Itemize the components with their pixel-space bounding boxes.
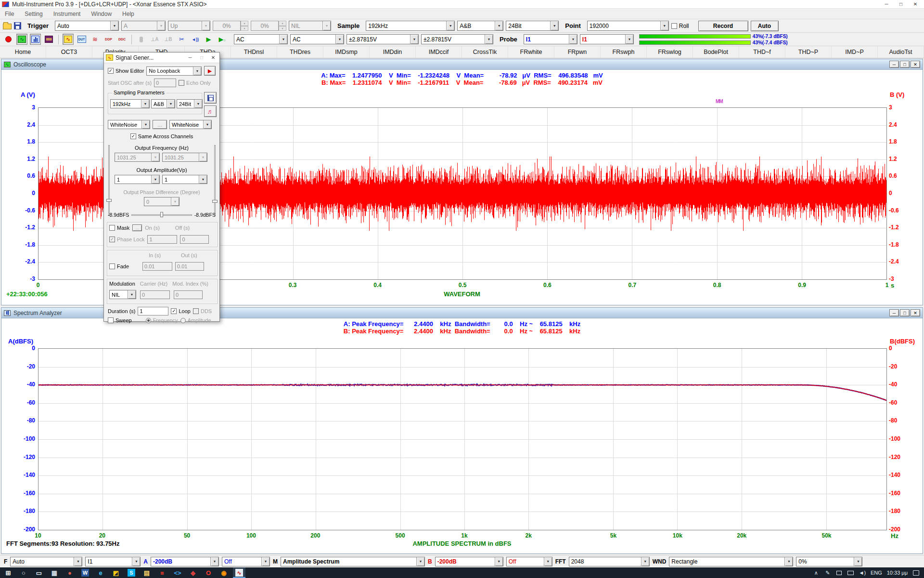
panel-maximize-button[interactable]: □ bbox=[900, 309, 910, 316]
preset-tab[interactable]: IMDccif bbox=[416, 46, 462, 58]
amplitude-a-combo[interactable]: 1▼ bbox=[115, 175, 160, 184]
preset-tab[interactable]: FRswlog bbox=[647, 46, 693, 58]
preset-tab[interactable]: THDnsl bbox=[231, 46, 277, 58]
spin-up-icon[interactable]: ▲ bbox=[279, 21, 286, 26]
carrier-field[interactable]: 0 bbox=[140, 290, 170, 299]
loopback-combo[interactable]: No Loopback▼ bbox=[146, 66, 202, 76]
probe-a-combo[interactable]: I1▼ bbox=[524, 34, 578, 44]
view-type-combo[interactable]: Amplitude Spectrum▼ bbox=[281, 557, 425, 566]
preset-tab[interactable]: CrossTlk bbox=[462, 46, 508, 58]
panel-minimize-button[interactable]: ─ bbox=[889, 309, 899, 316]
waveform-a-combo[interactable]: WhiteNoise▼ bbox=[108, 120, 150, 129]
taskbar-app-app-word[interactable]: W bbox=[79, 567, 91, 578]
preset-tab[interactable]: THDres bbox=[277, 46, 323, 58]
generator-start-button[interactable]: ▶ bbox=[204, 66, 216, 76]
preset-tab[interactable]: FRswph bbox=[601, 46, 647, 58]
panel-maximize-button[interactable]: □ bbox=[900, 61, 910, 68]
panel-close-button[interactable]: ✕ bbox=[911, 61, 920, 68]
preset-tab[interactable]: THD~P bbox=[785, 46, 832, 58]
status-probe-combo[interactable]: I1▼ bbox=[85, 557, 141, 566]
slider-thumb[interactable] bbox=[160, 212, 163, 217]
multimeter-button[interactable]: 888 bbox=[43, 34, 54, 45]
panel-close-button[interactable]: ✕ bbox=[911, 309, 920, 316]
loop-checkbox[interactable]: Loop bbox=[171, 308, 190, 314]
b-range-combo[interactable]: -200dB▼ bbox=[435, 557, 503, 566]
same-across-channels-checkbox[interactable]: Same Across Channels bbox=[130, 133, 193, 139]
trigger-source-combo[interactable]: A▼ bbox=[121, 21, 166, 31]
window-close-button[interactable]: ✕ bbox=[909, 0, 922, 8]
panel-minimize-button[interactable]: ─ bbox=[889, 61, 899, 68]
tray-window-icon[interactable] bbox=[836, 569, 843, 576]
signal-generator-button[interactable]: ∿ bbox=[63, 34, 74, 45]
roll-checkbox[interactable]: Roll bbox=[671, 23, 689, 29]
b-ref-combo[interactable]: Off▼ bbox=[506, 557, 552, 566]
tray-network-icon[interactable] bbox=[847, 569, 854, 576]
a-range-combo[interactable]: -200dB▼ bbox=[151, 557, 219, 566]
preset-tab[interactable]: FRpwn bbox=[554, 46, 601, 58]
window-maximize-button[interactable]: □ bbox=[894, 0, 908, 8]
taskbar-app-skype[interactable]: S bbox=[125, 567, 138, 578]
spectrum-analyzer-button[interactable] bbox=[30, 34, 41, 45]
trigger-mode-combo[interactable]: Auto▼ bbox=[55, 21, 119, 31]
gen-sampling-rate-combo[interactable]: 192kHz▼ bbox=[110, 99, 150, 108]
dds-checkbox[interactable]: DDS bbox=[193, 308, 212, 314]
trigger-level-spinner[interactable]: 0%▲▼ bbox=[213, 21, 248, 31]
taskbar-app-app-diamond[interactable]: ◆ bbox=[187, 567, 199, 578]
dialog-close-button[interactable]: ✕ bbox=[209, 54, 218, 61]
taskbar-app-vscode[interactable]: <> bbox=[171, 567, 184, 578]
fade-in-field[interactable]: 0.01 bbox=[142, 262, 172, 271]
zero-channel-b-button[interactable]: ⊥B bbox=[163, 34, 174, 45]
preset-tab[interactable]: BodePlot bbox=[693, 46, 739, 58]
sampling-rate-combo[interactable]: 192kHz▼ bbox=[366, 21, 455, 31]
zero-channel-a-button[interactable]: ⊥A bbox=[149, 34, 160, 45]
phase-combo[interactable]: 0▼ bbox=[144, 197, 180, 206]
mask-more-button[interactable]: ... bbox=[132, 224, 142, 231]
preset-tab[interactable]: IMDsmp bbox=[323, 46, 370, 58]
gen-bits-combo[interactable]: 24Bit▼ bbox=[177, 99, 203, 108]
sweep-amplitude-radio[interactable]: Amplitude bbox=[180, 317, 211, 323]
taskbar-app-app-media[interactable]: ▦ bbox=[48, 567, 61, 578]
start-osc-field[interactable]: 0 bbox=[154, 79, 176, 87]
record-button[interactable]: Record bbox=[698, 21, 748, 31]
mod-index-field[interactable]: 0 bbox=[174, 290, 203, 299]
play-button[interactable]: ▶ bbox=[203, 34, 214, 45]
menu-item[interactable]: Help bbox=[122, 11, 134, 17]
open-file-button[interactable] bbox=[3, 22, 12, 29]
taskbar-app-opera[interactable]: O bbox=[202, 567, 215, 578]
waveform-more-button[interactable]: ... bbox=[153, 120, 167, 129]
range-b-combo[interactable]: ±2.87815V▼ bbox=[421, 34, 493, 44]
frequency-b-combo[interactable]: 1031.25▼ bbox=[162, 153, 207, 162]
preset-tab[interactable]: AudioTst bbox=[878, 46, 924, 58]
dut-button[interactable]: DUT bbox=[76, 34, 87, 45]
microphone-button[interactable] bbox=[136, 34, 147, 45]
fade-out-field[interactable]: 0.01 bbox=[175, 262, 204, 271]
taskbar-app-multi-instrument[interactable]: ∿ bbox=[233, 567, 245, 578]
auto-scale-button[interactable]: Auto bbox=[751, 21, 779, 31]
preset-tab[interactable]: THD~f bbox=[739, 46, 785, 58]
ddp-viewer-button[interactable]: DDP bbox=[103, 34, 114, 45]
taskbar-app-file-explorer[interactable]: ▤ bbox=[141, 567, 153, 578]
sound-output-button[interactable]: ◄)) bbox=[190, 34, 201, 45]
amplitude-b-combo[interactable]: 1▼ bbox=[162, 175, 207, 184]
tray-pen-icon[interactable]: ✎ bbox=[824, 569, 831, 576]
preset-tab[interactable]: IMD~P bbox=[832, 46, 878, 58]
record-length-combo[interactable]: 192000▼ bbox=[587, 21, 669, 31]
modulation-combo[interactable]: NIL▼ bbox=[109, 290, 136, 299]
gen-channels-combo[interactable]: A&B▼ bbox=[151, 99, 175, 108]
save-button[interactable] bbox=[14, 22, 21, 29]
oscilloscope-button[interactable]: ∿ bbox=[16, 34, 27, 45]
loop-play-button[interactable]: ▶○ bbox=[217, 34, 228, 45]
frequency-mode-combo[interactable]: Auto▼ bbox=[10, 557, 82, 566]
trigger-slope-combo[interactable]: Up▼ bbox=[168, 21, 210, 31]
sampling-channels-combo[interactable]: A&B▼ bbox=[457, 21, 503, 31]
sweep-checkbox[interactable]: Sweep bbox=[108, 317, 132, 323]
menu-item[interactable]: File bbox=[5, 11, 14, 17]
menu-item[interactable]: Window bbox=[91, 11, 112, 17]
preset-tab[interactable]: Home bbox=[0, 46, 46, 58]
generator-save-button[interactable] bbox=[204, 92, 217, 104]
derived-data-curve-button[interactable]: ≋ bbox=[90, 34, 101, 45]
menu-item[interactable]: Setting bbox=[25, 11, 42, 17]
window-type-combo[interactable]: Rectangle▼ bbox=[669, 557, 793, 566]
taskbar-app-edge[interactable]: e bbox=[94, 567, 107, 578]
mask-off-field[interactable]: 0 bbox=[180, 235, 209, 244]
